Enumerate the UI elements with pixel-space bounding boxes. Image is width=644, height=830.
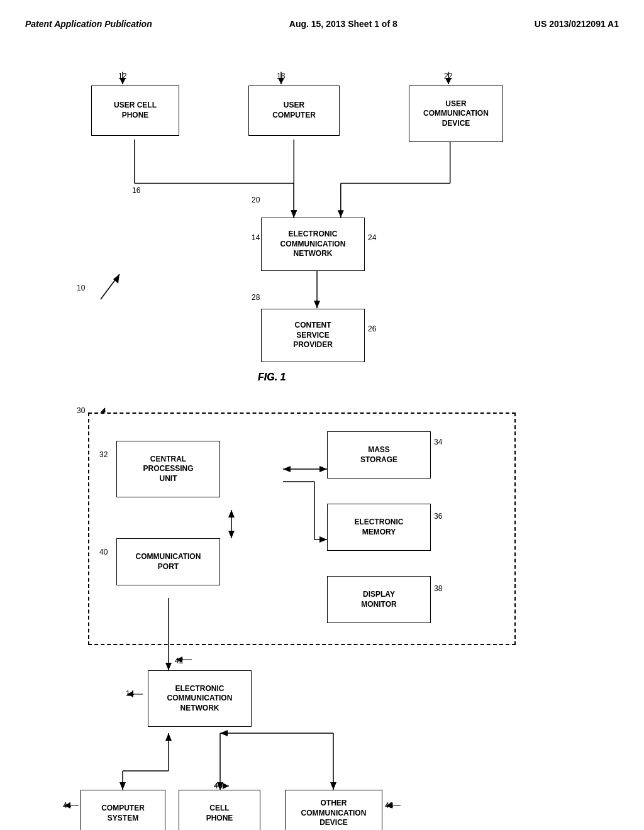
ref-24: 24 xyxy=(368,233,376,242)
svg-marker-43 xyxy=(330,782,336,790)
ref-26: 26 xyxy=(368,324,376,333)
svg-marker-13 xyxy=(113,274,119,284)
page-header: Patent Application Publication Aug. 15, … xyxy=(25,13,619,42)
other-comm-device-box: OTHERCOMMUNICATIONDEVICE xyxy=(285,790,382,830)
computer-system-box: COMPUTERSYSTEM xyxy=(80,790,165,830)
ref-42-arrow xyxy=(173,653,198,666)
svg-marker-38 xyxy=(165,733,172,741)
fig2-external-lines xyxy=(25,400,623,830)
svg-marker-17 xyxy=(278,78,284,84)
ref-22-arrow xyxy=(439,72,458,91)
svg-marker-9 xyxy=(338,210,344,218)
ref-44-arrow xyxy=(61,800,83,811)
svg-marker-15 xyxy=(119,78,126,84)
ref-16: 16 xyxy=(132,186,140,195)
svg-marker-3 xyxy=(291,210,297,218)
svg-marker-5 xyxy=(291,210,297,218)
svg-marker-47 xyxy=(176,656,182,663)
svg-marker-33 xyxy=(165,663,172,670)
fig1-caption-text: FIG. 1 xyxy=(258,372,286,383)
user-computer-box: USERCOMPUTER xyxy=(248,86,340,136)
svg-marker-55 xyxy=(386,802,392,809)
user-comm-device-box: USERCOMMUNICATIONDEVICE xyxy=(409,86,503,142)
svg-marker-19 xyxy=(445,78,452,84)
svg-marker-37 xyxy=(119,782,126,790)
user-cell-phone-box: USER CELLPHONE xyxy=(91,86,179,136)
header-center: Aug. 15, 2013 Sheet 1 of 8 xyxy=(289,19,397,29)
ref-46-arrow xyxy=(211,780,230,792)
svg-marker-51 xyxy=(64,802,70,809)
svg-marker-53 xyxy=(223,783,229,789)
svg-marker-44 xyxy=(220,730,228,736)
ecn2-box: ELECTRONICCOMMUNICATIONNETWORK xyxy=(148,670,252,727)
ref-12-arrow xyxy=(113,72,132,91)
svg-marker-49 xyxy=(127,691,133,697)
ref-14-fig1: 14 xyxy=(252,233,260,242)
ref-20: 20 xyxy=(252,196,260,204)
ref-28: 28 xyxy=(252,293,260,302)
ref-48-arrow xyxy=(383,800,405,811)
ref-18-arrow xyxy=(272,72,291,91)
fig2-diagram: 30 CENTRALPROCESSINGUNIT 32 MASSSTORAGE … xyxy=(25,400,619,830)
csp-box: CONTENTSERVICEPROVIDER xyxy=(261,309,365,362)
fig1-diagram: 12 18 22 USER CELLPHONE USERCOMPUTER USE… xyxy=(25,48,619,400)
cell-phone-box: CELLPHONE xyxy=(179,790,260,830)
ref-10-arrow xyxy=(75,262,138,312)
ecn-box: ELECTRONICCOMMUNICATIONNETWORK xyxy=(261,218,365,271)
ref-14-arrow xyxy=(124,688,149,700)
page: Patent Application Publication Aug. 15, … xyxy=(0,0,644,830)
svg-marker-11 xyxy=(314,301,320,308)
header-left: Patent Application Publication xyxy=(25,19,152,29)
header-right: US 2013/0212091 A1 xyxy=(535,19,619,29)
